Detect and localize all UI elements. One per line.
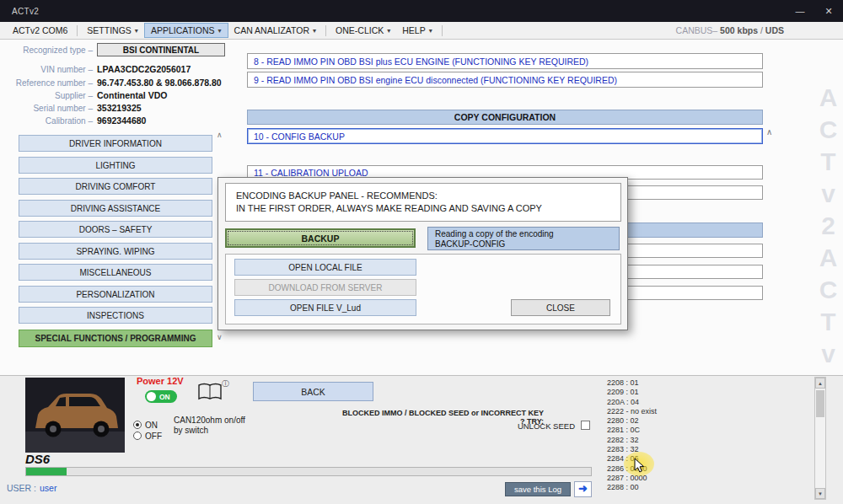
toggle-knob-icon — [147, 392, 156, 401]
category-miscellaneous[interactable]: MISCELLANEOUS — [19, 264, 212, 281]
serial-value: 353219325 — [97, 103, 142, 113]
category-driver-information[interactable]: DRIVER INFORMATION — [19, 135, 212, 152]
radio-off-label: OFF — [145, 432, 162, 441]
function-row-9[interactable]: 9 - READ IMMO PIN OBD BSI engine ECU dis… — [247, 72, 763, 88]
canbus-speed: 500 kbps — [720, 25, 758, 35]
menu-actv2-com6[interactable]: ACTv2 COM6 — [7, 24, 73, 37]
mouse-cursor-icon — [634, 458, 646, 476]
encoding-backup-dialog: ENCODING BACKUP PANEL - RECOMMENDS: IN T… — [217, 177, 628, 330]
serial-label: Serial number – — [0, 104, 93, 113]
log-entry: 2222 - no exist — [607, 407, 809, 416]
chevron-down-icon: ▾ — [313, 27, 316, 35]
list-scroll-up-icon[interactable]: ∧ — [766, 127, 772, 137]
menu-label: ACTv2 COM6 — [13, 25, 67, 35]
scrollbar-thumb[interactable] — [816, 390, 824, 417]
vehicle-model-label: DS6 — [25, 452, 50, 466]
function-row-10[interactable]: 10 - CONFIG BACKUP — [247, 128, 763, 144]
can-termination-note: CAN120ohm on/off by switch — [174, 416, 245, 436]
dialog-close-button[interactable]: CLOSE — [511, 299, 610, 316]
chevron-down-icon: ▾ — [135, 27, 138, 35]
vin-label: VIN number – — [0, 65, 93, 74]
menu-settings[interactable]: SETTINGS▾ — [81, 24, 144, 37]
unlock-seed-label: UNLOCK SEED — [469, 421, 575, 431]
dialog-message-line2: IN THE FIRST ORDER, ALWAYS MAKE READING … — [236, 202, 610, 215]
unlock-seed-checkbox[interactable] — [581, 421, 590, 430]
scroll-down-icon[interactable]: ▼ — [815, 488, 825, 499]
function-row-8[interactable]: 8 - READ IMMO PIN OBD BSI plus ECU ENGIN… — [247, 53, 763, 69]
radio-off-icon[interactable] — [133, 432, 142, 440]
category-driving-comfort[interactable]: DRIVING COMFORT — [19, 178, 212, 195]
category-doors-safety[interactable]: DOORS – SAFETY — [19, 221, 212, 238]
info-icon: ⓘ — [222, 378, 229, 389]
backup-info-panel: Reading a copy of the encoding BACKUP-CO… — [427, 227, 620, 250]
save-log-button[interactable]: save this Log — [505, 482, 571, 496]
vin-value: LPAA3CDC2G2056017 — [97, 64, 191, 74]
reference-row: Reference number – 96.747.453.80 & 98.06… — [0, 76, 253, 89]
can-note-line1: CAN120ohm on/off — [174, 416, 245, 426]
log-entry: 2282 : 32 — [607, 436, 809, 445]
car-image — [25, 378, 125, 453]
menu-one-click[interactable]: ONE-CLICK▾ — [330, 24, 396, 37]
menu-label: HELP — [402, 25, 425, 35]
user-label: USER : — [7, 483, 36, 493]
power-12v-label: Power 12V — [137, 376, 184, 386]
watermark: ACTv2ACTv2ACTv2ACTv2 — [781, 83, 841, 412]
forward-arrow-icon[interactable]: ➜ — [574, 481, 592, 497]
scroll-up-icon[interactable]: ∧ — [217, 131, 223, 139]
recognized-type-row: Recognized type – BSI CONTINENTAL — [0, 43, 253, 56]
category-special-functions[interactable]: SPECIAL FUNCTIONS / PROGRAMMING — [19, 330, 212, 347]
scroll-up-icon[interactable]: ▲ — [815, 378, 825, 389]
toggle-on-label: ON — [159, 393, 170, 401]
menu-separator — [442, 25, 443, 36]
title-bar: ACTv2 — ✕ — [0, 0, 843, 22]
back-button[interactable]: BACK — [253, 382, 373, 401]
user-status: USER :user — [7, 483, 56, 493]
menu-bar: ACTv2 COM6 SETTINGS▾ APPLICATIONS▾ CAN A… — [0, 22, 843, 40]
close-icon[interactable]: ✕ — [814, 0, 843, 22]
backup-info-line2: BACKUP-CONFIG — [435, 239, 612, 249]
can-note-line2: by switch — [174, 426, 245, 436]
dialog-file-group: OPEN LOCAL FILE DOWNLOAD FROM SERVER OPE… — [225, 254, 621, 324]
menu-applications[interactable]: APPLICATIONS▾ — [144, 23, 228, 38]
canbus-divider: / — [760, 25, 763, 35]
app-window: ACTv2 — ✕ ACTv2 COM6 SETTINGS▾ APPLICATI… — [0, 0, 843, 504]
menu-label: ONE-CLICK — [336, 25, 384, 35]
calibration-value: 9692344680 — [97, 115, 146, 126]
radio-off-row[interactable]: OFF — [133, 427, 162, 442]
vehicle-photo — [25, 378, 125, 453]
supplier-label: Supplier – — [0, 91, 93, 100]
menu-label: APPLICATIONS — [151, 25, 215, 35]
supplier-row: Supplier – Continental VDO — [0, 88, 253, 102]
open-file-vlud-button[interactable]: OPEN FILE V_Lud — [234, 299, 416, 316]
menu-can-analizator[interactable]: CAN ANALIZATOR▾ — [228, 24, 322, 37]
menu-help[interactable]: HELP▾ — [396, 24, 438, 37]
chevron-down-icon: ▾ — [429, 27, 432, 35]
category-spraying-wiping[interactable]: SPRAYING. WIPING — [19, 243, 212, 260]
log-scrollbar[interactable]: ▲ ▼ — [814, 377, 826, 500]
chevron-down-icon: ▾ — [387, 27, 390, 35]
canbus-status: CANBUS– 500 kbps / UDS — [676, 25, 843, 35]
category-lighting[interactable]: LIGHTING — [19, 157, 212, 174]
reference-value: 96.747.453.80 & 98.066.878.80 — [97, 78, 222, 88]
menu-separator — [325, 25, 326, 36]
canbus-label: CANBUS– — [676, 25, 718, 35]
backup-button[interactable]: BACKUP — [225, 228, 416, 248]
serial-row: Serial number – 353219325 — [0, 101, 253, 115]
manual-book-icon[interactable] — [197, 381, 223, 406]
category-inspections[interactable]: INSPECTIONS — [19, 307, 212, 324]
power-toggle[interactable]: ON — [145, 390, 177, 403]
minimize-icon[interactable]: — — [786, 0, 814, 22]
progress-bar — [25, 467, 592, 476]
scroll-down-icon[interactable]: ∨ — [217, 333, 223, 341]
log-entry: 2209 : 01 — [607, 388, 809, 397]
progress-fill — [26, 468, 67, 475]
open-local-file-button[interactable]: OPEN LOCAL FILE — [234, 259, 416, 276]
download-from-server-button: DOWNLOAD FROM SERVER — [234, 279, 416, 296]
log-entry: 2280 : 02 — [607, 416, 809, 426]
dialog-message: ENCODING BACKUP PANEL - RECOMMENDS: IN T… — [225, 183, 621, 222]
log-entry: 220A : 04 — [607, 398, 809, 407]
menu-label: CAN ANALIZATOR — [234, 25, 309, 35]
category-personalization[interactable]: PERSONALIZATION — [19, 286, 212, 303]
category-driving-assistance[interactable]: DRIVING ASSISTANCE — [19, 200, 212, 217]
log-entry: 2281 : 0C — [607, 426, 809, 435]
